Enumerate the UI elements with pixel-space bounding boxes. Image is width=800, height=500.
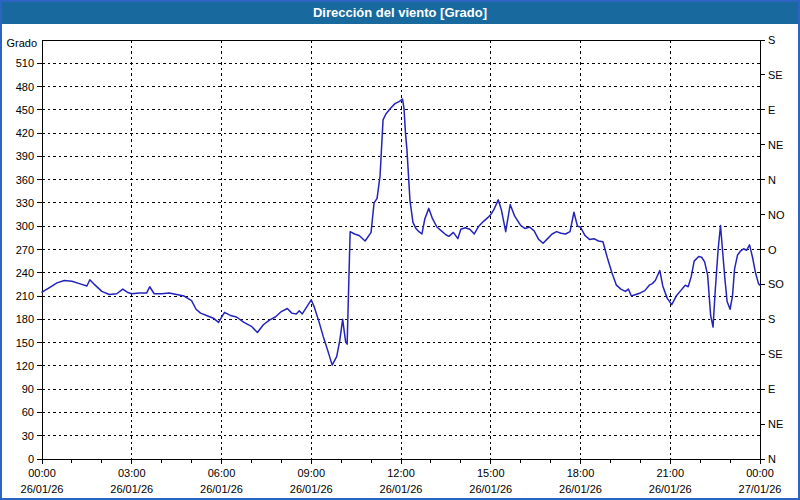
right-axis-compass-label: E: [768, 383, 775, 395]
right-axis-compass-label: SO: [768, 278, 784, 290]
x-axis-time-label: 09:00: [297, 467, 325, 479]
x-axis-date-label: 26/01/26: [200, 483, 243, 495]
chart-window: Dirección del viento [Grado] 03060901201…: [0, 0, 800, 500]
right-axis-compass-label: O: [768, 244, 777, 256]
right-axis-compass-label: NE: [768, 418, 783, 430]
x-axis-time-label: 21:00: [656, 467, 684, 479]
x-axis-time-label: 00:00: [28, 467, 56, 479]
title-bar: Dirección del viento [Grado]: [2, 2, 798, 24]
right-axis-compass-label: S: [768, 34, 775, 46]
y-axis-tick-label: 90: [22, 383, 34, 395]
x-axis-time-label: 03:00: [118, 467, 146, 479]
y-axis-tick-label: 270: [16, 244, 34, 256]
x-axis-date-label: 26/01/26: [380, 483, 423, 495]
right-axis-compass-label: N: [768, 453, 776, 465]
x-axis-date-label: 26/01/26: [559, 483, 602, 495]
x-axis-date-label: 27/01/26: [739, 483, 782, 495]
y-axis-tick-label: 120: [16, 360, 34, 372]
y-axis-tick-label: 30: [22, 430, 34, 442]
chart-area: 0306090120150180210240270300330360390420…: [2, 24, 798, 498]
x-axis-time-label: 06:00: [208, 467, 236, 479]
y-axis-tick-label: 240: [16, 267, 34, 279]
x-axis-date-label: 26/01/26: [649, 483, 692, 495]
y-axis-tick-label: 60: [22, 406, 34, 418]
x-axis-date-label: 26/01/26: [469, 483, 512, 495]
right-axis-compass-label: S: [768, 313, 775, 325]
right-axis-compass-label: E: [768, 104, 775, 116]
x-axis-time-label: 18:00: [567, 467, 595, 479]
y-axis-tick-label: 510: [16, 57, 34, 69]
y-axis-tick-label: 210: [16, 290, 34, 302]
y-axis-tick-label: 480: [16, 81, 34, 93]
y-axis-tick-label: 450: [16, 104, 34, 116]
x-axis-time-label: 15:00: [477, 467, 505, 479]
x-axis-time-label: 12:00: [387, 467, 415, 479]
y-axis-tick-label: 420: [16, 127, 34, 139]
y-axis-title: Grado: [6, 37, 37, 49]
right-axis-compass-label: SE: [768, 69, 783, 81]
right-axis-compass-label: N: [768, 174, 776, 186]
x-axis-date-label: 26/01/26: [110, 483, 153, 495]
y-axis-tick-label: 0: [28, 453, 34, 465]
y-axis-tick-label: 390: [16, 150, 34, 162]
y-axis-tick-label: 360: [16, 174, 34, 186]
x-axis-date-label: 26/01/26: [290, 483, 333, 495]
y-axis-tick-label: 300: [16, 220, 34, 232]
wind-direction-chart: 0306090120150180210240270300330360390420…: [2, 24, 798, 498]
wind-direction-line: [42, 99, 760, 365]
y-axis-tick-label: 180: [16, 313, 34, 325]
right-axis-compass-label: NO: [768, 209, 785, 221]
x-axis-date-label: 26/01/26: [21, 483, 64, 495]
y-axis-tick-label: 150: [16, 337, 34, 349]
y-axis-tick-label: 330: [16, 197, 34, 209]
x-axis-time-label: 00:00: [746, 467, 774, 479]
right-axis-compass-label: NE: [768, 139, 783, 151]
window-title: Dirección del viento [Grado]: [313, 5, 487, 20]
right-axis-compass-label: SE: [768, 348, 783, 360]
